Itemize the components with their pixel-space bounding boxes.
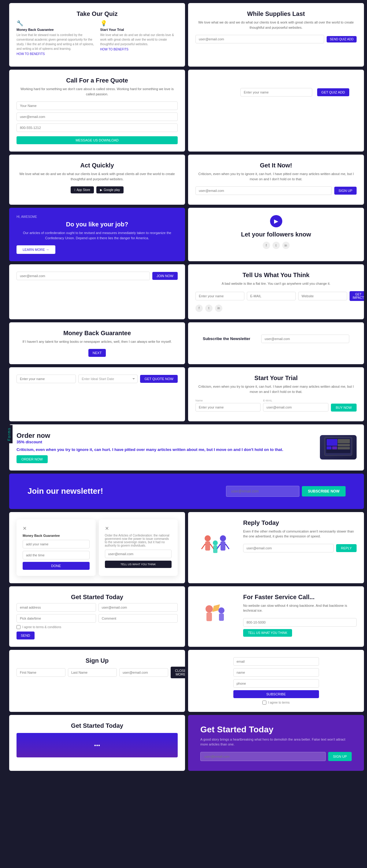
svg-rect-19	[206, 613, 212, 621]
close-icon-2: ✕	[105, 526, 172, 531]
money-back-subtitle: If I haven't any talent for writing book…	[17, 339, 178, 344]
reply-illustration	[195, 519, 238, 576]
tell-us-email[interactable]	[247, 292, 296, 300]
while-supplies-btn[interactable]: SEND QUIZ ADD	[327, 36, 357, 42]
tell-us-name[interactable]	[195, 292, 244, 300]
sr-email[interactable]	[233, 657, 319, 666]
sr-phone[interactable]	[233, 679, 319, 688]
name-date-card: Enter Ideal Start Date GET QUOTE NOW	[9, 367, 185, 421]
svg-rect-21	[219, 614, 224, 621]
shadow-phone[interactable]	[23, 551, 90, 559]
free-quote-phone[interactable]	[17, 123, 178, 132]
subscribe-newsletter-email[interactable]	[261, 335, 349, 343]
order-now-card: Order now 35% discount Criticism, even w…	[9, 424, 364, 470]
get-started-form-card: Get Started Today I agree to terms & con…	[9, 586, 185, 647]
twitter-icon[interactable]: t	[273, 242, 280, 249]
subscribe-label: Subscribe	[203, 89, 229, 96]
svg-rect-7	[338, 447, 350, 450]
do-you-like-card: HI, AWESOME Do you like your job? Our ar…	[9, 208, 185, 261]
order-email[interactable]	[105, 550, 172, 558]
feature-trial: 💡 Start Your Trial We love what we do an…	[100, 20, 178, 56]
get-it-now-btn[interactable]: SIGN UP	[334, 187, 357, 195]
gs-checkbox[interactable]	[17, 625, 21, 629]
svg-rect-3	[327, 446, 332, 450]
svg-line-15	[225, 544, 229, 549]
shadow-forms-card: ✕ Money Back Guarantee DONE ✕ Order the …	[9, 512, 185, 583]
signup-first[interactable]	[17, 668, 65, 677]
reply-subtitle: Even if the other methods of communicati…	[243, 529, 357, 539]
free-quote-subtitle: Working hard for something we don't care…	[17, 87, 178, 97]
free-quote-card: Call For a Free Quote Working hard for s…	[9, 70, 185, 152]
tell-us-linkedin[interactable]: in	[215, 305, 222, 312]
order-tell-btn[interactable]: TELL US WHAT YOU THINK	[105, 561, 172, 568]
faster-title: For Faster Service Call...	[243, 594, 357, 601]
do-you-like-title: Do you like your job?	[17, 221, 178, 228]
while-supplies-card: While Supplies Last We love what we do a…	[188, 3, 364, 67]
email-bar-input[interactable]	[17, 272, 150, 280]
while-supplies-title: While Supplies Last	[195, 10, 357, 18]
signup-last[interactable]	[68, 668, 117, 677]
tell-us-btn[interactable]: GET IMPACT	[349, 291, 364, 301]
money-back-title: Money Back Guarantee	[17, 330, 178, 337]
trial-email[interactable]	[263, 403, 328, 411]
app-store-label: App Store	[77, 188, 90, 192]
money-back-card: Money Back Guarantee If I haven't any ta…	[9, 322, 185, 365]
order-title: Order now	[17, 432, 315, 440]
tell-us-facebook[interactable]: f	[195, 305, 203, 312]
get-quote-btn[interactable]: GET QUOTE NOW	[140, 375, 178, 383]
svg-rect-13	[221, 541, 225, 551]
order-discount: 35% discount	[17, 440, 315, 444]
tell-us-subtitle: A bad website is like a flat tire. You c…	[195, 281, 357, 286]
followers-card: ▶ Let your followers know f t in	[188, 208, 364, 261]
sr-checkbox[interactable]	[262, 701, 266, 705]
gs-date[interactable]	[17, 614, 96, 623]
linkedin-icon[interactable]: in	[282, 242, 290, 249]
signup-btn[interactable]: CLOSE MORE	[171, 666, 185, 678]
app-store-btn[interactable]:  App Store	[70, 186, 94, 193]
faster-phone[interactable]	[243, 618, 357, 627]
free-quote-email[interactable]	[17, 113, 178, 121]
reply-email[interactable]	[243, 544, 334, 552]
sr-subscribe-btn[interactable]: SUBSCRIBE	[233, 690, 319, 698]
gs-email2[interactable]	[98, 603, 178, 612]
learn-more-btn[interactable]: LEARN MORE →	[17, 245, 55, 254]
google-play-btn[interactable]: ▶ Google play	[96, 186, 123, 193]
facebook-icon[interactable]: f	[263, 242, 270, 249]
subscribe-name[interactable]	[241, 88, 312, 97]
feature2-link[interactable]: HOW TO BENEFITS	[100, 48, 178, 51]
bottom-visual: ●●●	[17, 733, 178, 757]
get-it-now-card: Get It Now! Criticism, even when you try…	[188, 155, 364, 205]
shadow-done-btn[interactable]: DONE	[23, 562, 90, 570]
order-btn[interactable]: ORDER NOW	[17, 455, 48, 463]
feature1-link[interactable]: HOW TO BENEFITS	[17, 52, 94, 56]
free-quote-btn[interactable]: MESSAGE US DOWNLOAD	[17, 136, 178, 144]
email-bar-btn[interactable]: JOIN NOW	[152, 272, 178, 280]
get-it-now-email[interactable]	[195, 186, 332, 195]
gs-comment[interactable]	[98, 614, 178, 623]
signup-email[interactable]	[119, 668, 168, 677]
subscribe-btn[interactable]: GET QUIZ ADD	[317, 88, 349, 96]
newsletter-subscribe-btn[interactable]: SUBSCRIBE NOW	[302, 486, 346, 496]
svg-point-12	[220, 535, 226, 541]
date-select[interactable]: Enter Ideal Start Date	[78, 375, 138, 383]
shadow-name[interactable]	[23, 540, 90, 549]
faster-subtitle: No website can slow without 4 strong bac…	[243, 603, 357, 613]
purple-email[interactable]	[200, 752, 326, 761]
faster-btn[interactable]: TELL US WHAT YOU THINK	[243, 629, 292, 637]
tell-us-card: Tell Us What You Think A bad website is …	[188, 264, 364, 319]
sr-name[interactable]	[233, 668, 319, 677]
trial-btn[interactable]: BUY NOW	[331, 404, 357, 411]
purple-signup-btn[interactable]: SIGN UP	[328, 752, 352, 761]
while-supplies-email[interactable]	[195, 35, 324, 43]
tell-us-website[interactable]	[298, 292, 347, 300]
free-quote-name[interactable]	[17, 101, 178, 110]
name-input[interactable]	[17, 375, 76, 383]
reply-btn[interactable]: REPLY	[336, 544, 357, 552]
money-back-btn[interactable]: NEXT	[88, 349, 106, 357]
gs-send-btn[interactable]: SEND	[17, 631, 34, 640]
newsletter-email[interactable]	[226, 486, 300, 497]
trial-name[interactable]	[195, 403, 260, 411]
newsletter-form: SUBSCRIBE NOW	[226, 486, 346, 497]
tell-us-twitter[interactable]: t	[205, 305, 213, 312]
gs-email1[interactable]	[17, 603, 96, 612]
